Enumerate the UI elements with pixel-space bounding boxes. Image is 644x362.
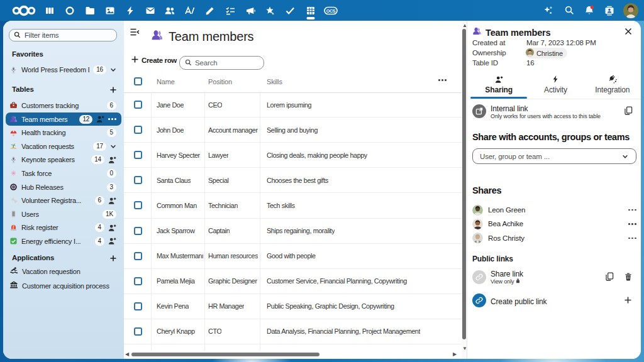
table-row[interactable]: Common Man Technician Tech skills xyxy=(124,193,462,218)
copy-icon[interactable] xyxy=(605,272,614,283)
app-icon-photos[interactable] xyxy=(101,0,119,21)
app-icon-announcements[interactable] xyxy=(241,0,260,21)
cell-skills[interactable]: Lorem ipsuming xyxy=(267,101,311,109)
app-icon-files[interactable] xyxy=(80,0,99,21)
cell-skills[interactable]: Ships regaining, morality xyxy=(267,227,335,234)
cell-position[interactable]: HR Manager xyxy=(208,302,244,310)
select-all-checkbox[interactable] xyxy=(134,77,142,85)
app-icon-dashboard[interactable] xyxy=(40,0,59,21)
row-checkbox[interactable] xyxy=(134,126,142,134)
share-options-icon[interactable] xyxy=(628,223,636,225)
app-icon-tables[interactable] xyxy=(301,0,320,21)
row-checkbox[interactable] xyxy=(134,176,142,184)
share-row[interactable]: Ros Christy xyxy=(472,231,636,245)
share-row[interactable]: Bea Achike xyxy=(472,217,636,231)
tab-integration[interactable]: Integration xyxy=(584,70,641,99)
cell-name[interactable]: Cheryl Knapp xyxy=(157,327,195,335)
column-header-name[interactable]: Name xyxy=(157,78,175,85)
app-icon-notes[interactable] xyxy=(201,0,219,21)
share-options-icon[interactable] xyxy=(628,238,636,239)
app-icon-tasks[interactable] xyxy=(221,0,240,21)
application-item-vacation-requestion[interactable]: Vacation requestion xyxy=(6,265,121,278)
row-checkbox[interactable] xyxy=(134,302,142,310)
app-icon-mail[interactable] xyxy=(141,0,160,21)
cell-position[interactable]: Account manager xyxy=(208,126,258,134)
cell-position[interactable]: CTO xyxy=(208,327,221,335)
sidebar-item-risk-register[interactable]: Risk register 4 xyxy=(6,221,121,234)
sidebar-item-energy-efficiency-i[interactable]: Energy efficiency I... 4 xyxy=(6,234,121,248)
table-row[interactable]: Jane Doe CEO Lorem ipsuming xyxy=(124,92,462,118)
sidebar-item-task-force[interactable]: Task force 0 xyxy=(6,167,121,180)
close-icon[interactable] xyxy=(624,27,633,36)
create-row-button[interactable]: Create row xyxy=(131,55,177,65)
topbar-contacts-menu-icon[interactable] xyxy=(600,0,619,21)
table-row[interactable]: Harvey Specter Lawyer Closing deals, mak… xyxy=(124,143,462,168)
table-row[interactable]: Santa Claus Special Chooses the best gif… xyxy=(124,168,462,193)
column-header-position[interactable]: Position xyxy=(208,78,232,85)
cell-position[interactable]: Graphic Designer xyxy=(208,277,257,285)
table-options-menu[interactable] xyxy=(438,79,447,81)
row-checkbox[interactable] xyxy=(134,151,142,159)
table-row[interactable]: Jack Sparrow Captain Ships regaining, mo… xyxy=(124,219,462,244)
application-item-customer-acquisition-process[interactable]: Customer acquisition process xyxy=(6,279,121,293)
share-options-icon[interactable] xyxy=(628,209,636,211)
chevron-down-icon[interactable] xyxy=(110,143,116,150)
add-public-link-button[interactable] xyxy=(624,295,632,307)
cell-position[interactable]: Lawyer xyxy=(208,151,228,159)
owner-chip[interactable]: Christine xyxy=(525,48,567,58)
scroll-left-arrow[interactable]: ◀ xyxy=(125,352,129,357)
horizontal-scrollbar[interactable]: ◀ ▶ xyxy=(124,352,462,357)
table-row[interactable]: John Doe Account manager Selling and buy… xyxy=(124,118,462,143)
topbar-avatar-icon[interactable] xyxy=(621,0,640,21)
row-checkbox[interactable] xyxy=(134,252,142,260)
cell-name[interactable]: Santa Claus xyxy=(157,177,191,184)
row-checkbox[interactable] xyxy=(134,201,142,209)
row-checkbox[interactable] xyxy=(134,277,142,285)
cell-skills[interactable]: Selling and buying xyxy=(267,126,318,134)
add-application-button[interactable] xyxy=(108,253,119,264)
row-checkbox[interactable] xyxy=(134,327,142,336)
table-row[interactable]: Kevin Pena HR Manager Public Speaking, G… xyxy=(124,294,462,319)
cell-skills[interactable]: Tech skills xyxy=(267,202,295,209)
cell-skills[interactable]: Closing deals, making people happy xyxy=(267,151,367,159)
table-search-input[interactable]: Search xyxy=(179,56,264,70)
cell-name[interactable]: Jack Sparrow xyxy=(157,227,195,234)
column-header-skills[interactable]: Skills xyxy=(267,78,282,85)
share-search-combobox[interactable]: User, group or team ... xyxy=(472,148,636,164)
cell-skills[interactable]: Good with people xyxy=(267,252,316,260)
sidebar-item-volunteer-registra[interactable]: Volunteer Registra... 6 xyxy=(6,194,121,207)
app-icon-approve[interactable] xyxy=(281,0,300,21)
nextcloud-logo[interactable] xyxy=(10,0,38,21)
table-row[interactable]: Pamela Mejia Graphic Designer Customer S… xyxy=(124,269,462,294)
delete-icon[interactable] xyxy=(624,272,633,283)
share-row[interactable]: Leon Green xyxy=(472,203,636,217)
scroll-right-arrow[interactable]: ▶ xyxy=(453,352,457,357)
sidebar-item-team-members[interactable]: Team members 12 xyxy=(6,112,121,126)
app-icon-text[interactable] xyxy=(180,0,199,21)
topbar-assistant-icon[interactable] xyxy=(539,0,558,21)
vertical-scrollbar-thumb[interactable] xyxy=(462,29,466,339)
filter-input[interactable]: Filter items xyxy=(9,29,117,41)
app-icon-ocs[interactable]: OCS xyxy=(321,0,340,21)
horizontal-scrollbar-thumb[interactable] xyxy=(131,353,319,356)
cell-skills[interactable]: Customer Service, Financial Planning, Co… xyxy=(267,277,407,285)
cell-position[interactable]: Technician xyxy=(208,202,238,209)
cell-name[interactable]: Jane Doe xyxy=(157,101,184,109)
sidebar-item-vacation-requests[interactable]: Vacation requests 17 xyxy=(6,140,121,153)
table-row[interactable]: Max Mustermann Human resources Good with… xyxy=(124,244,462,269)
cell-name[interactable]: Pamela Mejia xyxy=(157,277,195,285)
row-checkbox[interactable] xyxy=(134,101,142,109)
tab-sharing[interactable]: Sharing xyxy=(470,70,527,99)
cell-skills[interactable]: Public Speaking, Graphic Design, Copywri… xyxy=(267,302,394,310)
copy-icon[interactable] xyxy=(624,106,633,118)
cell-position[interactable]: Special xyxy=(208,177,229,184)
app-icon-activity[interactable] xyxy=(121,0,140,21)
topbar-notifications-icon[interactable] xyxy=(580,0,599,21)
sidebar-toggle-icon[interactable] xyxy=(130,28,140,38)
cell-position[interactable]: CEO xyxy=(208,101,222,109)
sidebar-item-hub-releases[interactable]: Hub Releases 3 xyxy=(6,180,121,194)
cell-name[interactable]: Common Man xyxy=(157,202,197,209)
topbar-search-icon[interactable] xyxy=(560,0,579,21)
cell-name[interactable]: Harvey Specter xyxy=(157,151,200,159)
cell-position[interactable]: Captain xyxy=(208,227,230,234)
